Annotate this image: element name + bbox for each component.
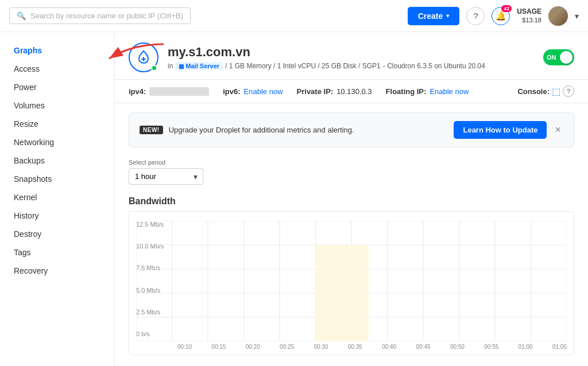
x-label-0045: 00:45 (416, 344, 431, 350)
floating-ip-label: Floating IP: (386, 87, 427, 96)
sidebar-item-volumes[interactable]: Volumes (0, 96, 114, 115)
droplet-hostname: my.s1.com.vn (168, 45, 485, 60)
chart-inner-wrap: 12.5 Mb/s 10.0 Mb/s 7.5 Mb/s 5.0 Mb/s 2.… (136, 221, 567, 341)
bandwidth-chart-svg (136, 221, 567, 341)
sidebar-item-snapshots[interactable]: Snapshots (0, 170, 114, 188)
content-area: my.s1.com.vn in (115, 32, 588, 366)
notification-badge: 42 (501, 5, 512, 12)
main-layout: Graphs Access Power Volumes Resize Netwo… (0, 32, 588, 366)
droplet-info: my.s1.com.vn in (129, 42, 485, 72)
navbar-right: Create ▾ ? 🔔 42 USAGE $13.18 ▾ (408, 6, 579, 26)
x-label-0050: 00:50 (450, 344, 465, 350)
power-toggle[interactable]: ON (543, 49, 574, 65)
x-label-0100: 01:00 (519, 344, 533, 350)
search-box[interactable]: 🔍 Search by resource name or public IP (… (9, 7, 191, 24)
chevron-down-icon[interactable]: ▾ (575, 11, 579, 21)
sidebar-item-networking[interactable]: Networking (0, 133, 114, 151)
search-icon: 🔍 (17, 11, 26, 20)
chart-title: Bandwidth (129, 196, 574, 207)
svg-chart-wrap (136, 221, 567, 341)
chart-section: Bandwidth 12.5 Mb/s 10.0 Mb/s 7.5 Mb/s 5… (129, 196, 574, 355)
sidebar: Graphs Access Power Volumes Resize Netwo… (0, 32, 115, 366)
chart-bar-segment-1 (315, 245, 351, 341)
navbar: 🔍 Search by resource name or public IP (… (0, 0, 588, 32)
private-ip-item: Private IP: 10.130.0.3 (297, 87, 372, 96)
droplet-title-block: my.s1.com.vn in (168, 45, 485, 70)
x-label-0025: 00:25 (280, 344, 294, 350)
status-dot (151, 65, 157, 71)
x-label-0020: 00:20 (246, 344, 260, 350)
droplet-meta: in ▦ Mail Server / 1 GB Memory / 1 Intel… (168, 62, 485, 70)
banner-close-button[interactable]: × (552, 124, 563, 136)
avatar[interactable] (548, 6, 568, 26)
notifications-button[interactable]: 🔔 42 (492, 7, 510, 25)
ipv6-label: ipv6: (223, 87, 240, 96)
usage-block: USAGE $13.18 (517, 7, 541, 25)
x-axis: 00:10 00:15 00:20 00:25 00:30 00:35 00:4… (177, 341, 567, 350)
avatar-image (548, 6, 568, 26)
new-badge: NEW! (140, 126, 163, 134)
droplet-header: my.s1.com.vn in (115, 32, 588, 80)
sidebar-item-access[interactable]: Access (0, 60, 114, 78)
ipv4-item: ipv4: 139.59. 57 (129, 87, 209, 96)
toggle-knob (560, 51, 572, 64)
period-select-wrapper: 1 hour 6 hours 24 hours 7 days 30 days ▾ (129, 168, 203, 185)
usage-label: USAGE (517, 7, 541, 17)
ipv6-enable-link[interactable]: Enable now (244, 87, 283, 96)
sidebar-item-backups[interactable]: Backups (0, 151, 114, 170)
upgrade-banner: NEW! Upgrade your Droplet for additional… (129, 112, 574, 147)
ipv6-item: ipv6: Enable now (223, 87, 283, 96)
private-ip-value: 10.130.0.3 (336, 87, 372, 96)
x-label-0015: 00:15 (211, 344, 226, 350)
floating-ip-item: Floating IP: Enable now (386, 87, 469, 96)
search-placeholder: Search by resource name or public IP (Ct… (30, 11, 183, 20)
sidebar-item-history[interactable]: History (0, 207, 114, 225)
sidebar-item-graphs[interactable]: Graphs (0, 41, 114, 60)
period-label: Select period (129, 159, 574, 166)
sidebar-item-kernel[interactable]: Kernel (0, 188, 114, 207)
private-ip-label: Private IP: (297, 87, 334, 96)
period-select[interactable]: 1 hour 6 hours 24 hours 7 days 30 days (129, 168, 203, 185)
toggle-label: ON (547, 54, 556, 61)
sidebar-nav: Graphs Access Power Volumes Resize Netwo… (0, 32, 114, 289)
x-label-0040: 00:40 (382, 344, 396, 350)
period-selector-wrap: Select period 1 hour 6 hours 24 hours 7 … (129, 159, 574, 185)
network-bar: ipv4: 139.59. 57 ipv6: Enable now Privat… (115, 80, 588, 103)
x-label-0035: 00:35 (348, 344, 362, 350)
ipv4-label: ipv4: (129, 87, 146, 96)
bell-icon: 🔔 (496, 11, 506, 21)
sidebar-item-resize[interactable]: Resize (0, 115, 114, 133)
console-wrap: Console: ⬚ ? (517, 85, 574, 97)
x-label-0055: 00:55 (484, 344, 498, 350)
banner-message: Upgrade your Droplet for additional metr… (169, 126, 354, 134)
learn-button[interactable]: Learn How to Update (454, 121, 547, 139)
console-icon[interactable]: ⬚ (552, 86, 560, 97)
droplet-icon-wrap (129, 42, 158, 72)
grid-icon: ▦ (179, 63, 184, 69)
sidebar-item-destroy[interactable]: Destroy (0, 225, 114, 243)
banner-actions: Learn How to Update × (454, 121, 563, 139)
x-label-0010: 00:10 (177, 344, 192, 350)
console-label: Console: (517, 87, 550, 96)
banner-left: NEW! Upgrade your Droplet for additional… (140, 126, 354, 134)
chart-bar-segment-2 (351, 245, 369, 341)
navbar-left: 🔍 Search by resource name or public IP (… (9, 7, 408, 24)
page-content: NEW! Upgrade your Droplet for additional… (115, 103, 588, 364)
sidebar-item-power[interactable]: Power (0, 78, 114, 96)
sidebar-item-tags[interactable]: Tags (0, 243, 114, 262)
create-button[interactable]: Create ▾ (408, 7, 460, 25)
floating-ip-enable-link[interactable]: Enable now (430, 87, 469, 96)
console-help-button[interactable]: ? (563, 85, 574, 97)
sidebar-item-recovery[interactable]: Recovery (0, 262, 114, 280)
help-icon: ? (473, 11, 478, 21)
help-button[interactable]: ? (466, 7, 485, 25)
x-label-0105: 01:05 (552, 344, 567, 350)
chart-container: 12.5 Mb/s 10.0 Mb/s 7.5 Mb/s 5.0 Mb/s 2.… (129, 211, 574, 355)
usage-amount: $13.18 (517, 16, 541, 24)
chevron-down-icon: ▾ (446, 13, 449, 19)
create-label: Create (418, 11, 443, 21)
x-label-0030: 00:30 (314, 344, 328, 350)
ipv4-value: 139.59. 57 (149, 87, 209, 96)
mail-server-tag: ▦ Mail Server (175, 62, 223, 70)
